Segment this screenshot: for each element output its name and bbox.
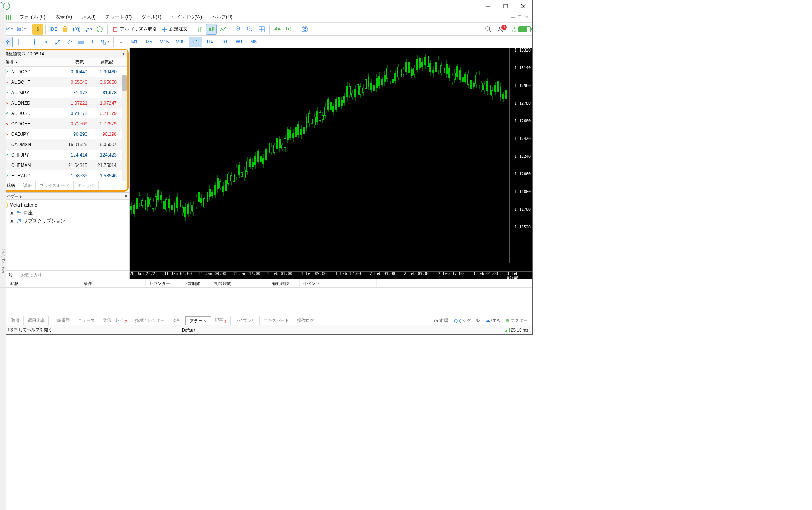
candle-chart-button[interactable] [15, 24, 27, 35]
nav-tab-favorites[interactable]: お気に入り [17, 271, 46, 279]
mw-header-row[interactable]: 銘柄 ▲ 売気... 買気配... [3, 58, 127, 67]
timeframe-MN[interactable]: MN [247, 37, 261, 47]
channel-button[interactable] [64, 37, 75, 47]
mw-close-icon[interactable]: ✕ [122, 52, 125, 57]
maximize-button[interactable] [497, 0, 515, 12]
timeframe-M15[interactable]: M15 [157, 37, 172, 47]
timeframe-H1[interactable]: H1 [189, 37, 202, 47]
minimize-button[interactable] [479, 0, 497, 12]
signal-link[interactable]: ((•)) シグナル [452, 317, 482, 324]
toolbox-tab[interactable]: エキスパート [260, 316, 293, 325]
nav-subscriptions[interactable]: ⊞サブスクリプション [2, 217, 128, 225]
fibo-button[interactable] [75, 37, 86, 47]
mdi-close-icon[interactable]: ✕ [524, 15, 529, 20]
toolbox-col-header[interactable]: カウンター [146, 279, 180, 287]
toolbox-col-header[interactable]: 回数制限 [180, 279, 211, 287]
menu-file[interactable]: ファイル (F) [15, 13, 50, 22]
mw-row[interactable]: • CHFMXN21.6431521.75014 [3, 160, 127, 170]
nav-accounts[interactable]: ⊞口座 [2, 209, 128, 217]
toolbox-col-header[interactable]: 条件 [80, 279, 146, 287]
mw-tab[interactable]: 詳細 [19, 181, 36, 190]
nav-close-icon[interactable]: ✕ [124, 193, 128, 198]
menu-help[interactable]: ヘルプ(H) [207, 13, 237, 22]
mw-tab[interactable]: プライスボード [36, 181, 74, 190]
toolbox-col-header[interactable]: イベント [300, 279, 377, 287]
toolbox-close-icon[interactable]: ✕ [0, 0, 5, 5]
vps-button[interactable] [83, 24, 94, 35]
expand-icon[interactable]: ⊞ [8, 210, 14, 216]
mw-row[interactable]: ↘ CADJPY90.29090.298 [3, 129, 127, 139]
chat-button[interactable] [94, 24, 105, 35]
toolbox-col-header[interactable]: 制限時間... [211, 279, 269, 287]
market-button[interactable] [60, 24, 70, 35]
toolbox-tab[interactable]: ライブラリ [231, 316, 260, 325]
timeframe-D1[interactable]: D1 [218, 37, 232, 47]
zoom-in-button[interactable] [233, 24, 244, 35]
toolbox-tab[interactable]: 運用比率 [24, 316, 49, 325]
toolbox-tab[interactable]: 受信トレイ 7 [99, 316, 131, 325]
toolbox-col-header[interactable]: 銘柄 [7, 279, 80, 287]
notifications-button[interactable]: 1 [495, 24, 511, 35]
timeframe-H4[interactable]: H4 [203, 37, 217, 47]
screenshot-button[interactable] [299, 24, 310, 35]
menu-window[interactable]: ウインドウ(W) [167, 13, 207, 22]
mdi-minimize-icon[interactable]: — [510, 15, 515, 20]
mdi-restore-icon[interactable]: ❐ [517, 15, 522, 20]
mw-row[interactable]: ↘ CADCHF0.725690.72579 [3, 118, 127, 129]
dollar-button[interactable]: $ [32, 24, 43, 35]
hline-button[interactable] [41, 37, 52, 47]
mw-row[interactable]: ↘ AUDNZD1.072211.07247 [3, 98, 127, 108]
nav-root[interactable]: 5MetaTrader 5 [2, 201, 128, 209]
toolbox-tab[interactable]: ニュース [74, 316, 99, 325]
market-link[interactable]: 🛍 市場 [432, 317, 450, 324]
shapes-button[interactable] [99, 37, 111, 47]
toolbox-tab[interactable]: 指標カレンダー [131, 316, 169, 325]
text-button[interactable]: T [87, 37, 98, 47]
toolbox-tab[interactable]: 口座履歴 [49, 316, 74, 325]
mw-row[interactable]: ↗ AUDCAD0.904490.90460 [3, 67, 127, 77]
menu-chart[interactable]: チャート (C) [101, 13, 136, 22]
signals-button[interactable]: ((•)) [71, 24, 82, 35]
autoscroll-button[interactable] [272, 24, 283, 35]
status-ping[interactable]: 25.10 ms [511, 328, 528, 332]
zoom-out-button[interactable] [245, 24, 256, 35]
new-order-button[interactable]: 新規注文 [159, 24, 189, 35]
mw-row[interactable]: ↗ EURAUD1.585351.58546 [3, 170, 127, 181]
toolbox-tab[interactable]: 操作ログ [293, 316, 318, 325]
crosshair-button[interactable] [13, 37, 24, 47]
chartshift-button[interactable] [284, 24, 294, 35]
mw-tab[interactable]: ティック [74, 181, 99, 190]
chart-area[interactable]: 1.133201.131401.129601.127801.126001.124… [130, 48, 532, 279]
toolbox-tab[interactable]: アラート [185, 316, 211, 325]
toolbox-tab[interactable]: 会社 [169, 316, 185, 325]
candle-mode-button[interactable] [206, 24, 217, 35]
menu-insert[interactable]: 挿入(I) [77, 13, 100, 22]
toolbox-tab[interactable]: 取引 [7, 316, 24, 325]
mw-scrollbar[interactable] [122, 75, 127, 181]
toolbox-col-header[interactable]: 有効期限 [269, 279, 300, 287]
mw-row[interactable]: ↗ AUDJPY81.67281.678 [3, 87, 127, 98]
mw-row[interactable]: ↘ AUDCHF0.656400.65650 [3, 77, 127, 87]
mw-row[interactable]: ↗ AUDUSD0.711780.71179 [3, 108, 127, 118]
tf-scroll-left[interactable]: ◂ [116, 37, 127, 47]
menu-tools[interactable]: ツール(T) [137, 13, 166, 22]
status-profile[interactable]: Default [179, 325, 505, 334]
timeframe-M5[interactable]: M5 [142, 37, 156, 47]
expand-icon[interactable]: ⊞ [8, 218, 14, 224]
search-button[interactable] [483, 24, 494, 35]
ide-button[interactable]: IDE [48, 24, 59, 35]
trendline-button[interactable] [52, 37, 63, 47]
bar-chart-mode-button[interactable] [194, 24, 205, 35]
menu-view[interactable]: 表示 (V) [51, 13, 77, 22]
toolbox-tab[interactable]: 記事 3 [211, 316, 231, 325]
algo-trading-button[interactable]: アルゴリズム取引 [110, 24, 159, 35]
mw-row[interactable]: ↗ CHFJPY124.414124.423 [3, 150, 127, 160]
vline-button[interactable] [29, 37, 40, 47]
tile-button[interactable] [256, 24, 267, 35]
timeframe-M1[interactable]: M1 [127, 37, 141, 47]
timeframe-W1[interactable]: W1 [232, 37, 246, 47]
vps-link[interactable]: ☁ VPS [483, 317, 502, 324]
mw-row[interactable]: • CADMXN16.0162616.06007 [3, 139, 127, 150]
close-button[interactable] [515, 0, 532, 12]
timeframe-M30[interactable]: M30 [172, 37, 187, 47]
